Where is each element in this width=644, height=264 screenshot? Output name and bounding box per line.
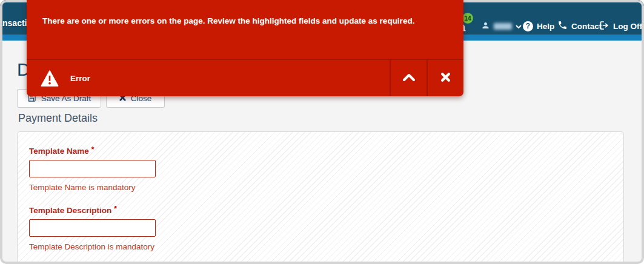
app-window: Transactions 14 ? Help Contact: [0, 0, 644, 264]
required-asterisk: *: [91, 145, 95, 154]
logoff-label: Log Off: [613, 22, 642, 31]
contact-label: Contact: [571, 22, 602, 31]
template-description-label-text: Template Description: [29, 206, 111, 215]
error-collapse-button[interactable]: [390, 60, 427, 96]
template-name-input[interactable]: [29, 160, 156, 177]
nav-contact-button[interactable]: Contact: [557, 20, 602, 32]
required-asterisk: *: [114, 205, 117, 213]
error-message: There are one or more errors on the page…: [42, 16, 439, 25]
help-label: Help: [537, 22, 554, 31]
dismiss-x-icon: [440, 72, 451, 84]
error-dismiss-button[interactable]: [427, 60, 463, 96]
logoff-icon: [599, 21, 609, 32]
template-name-label-text: Template Name: [29, 147, 89, 156]
error-overlay: There are one or more errors on the page…: [27, 0, 463, 96]
user-name-redacted: [494, 23, 512, 30]
phone-icon: [557, 20, 568, 32]
nav-help-button[interactable]: ? Help: [523, 20, 554, 32]
help-icon: ?: [523, 21, 533, 31]
warning-triangle-icon: [41, 70, 59, 87]
error-overlay-footer: Error: [27, 59, 463, 96]
template-description-error: Template Description is mandatory: [29, 242, 623, 251]
template-name-label: Template Name*: [29, 147, 623, 156]
user-icon: [481, 21, 490, 32]
template-description-input[interactable]: [29, 219, 156, 237]
field-group-template-description: Template Description* Template Descripti…: [29, 206, 623, 251]
template-description-label: Template Description*: [29, 206, 623, 215]
chevron-down-icon: [516, 22, 522, 31]
error-overlay-title: Error: [70, 74, 90, 83]
user-menu[interactable]: [481, 20, 522, 32]
payment-details-panel: Template Name* Template Name is mandator…: [17, 131, 624, 264]
section-heading-payment-details: Payment Details: [18, 112, 98, 125]
notifications-count-badge: 14: [462, 13, 473, 24]
nav-logoff-button[interactable]: Log Off: [599, 20, 642, 32]
chevron-up-icon: [402, 73, 416, 84]
template-name-error: Template Name is mandatory: [29, 183, 623, 192]
field-group-template-name: Template Name* Template Name is mandator…: [29, 147, 623, 192]
